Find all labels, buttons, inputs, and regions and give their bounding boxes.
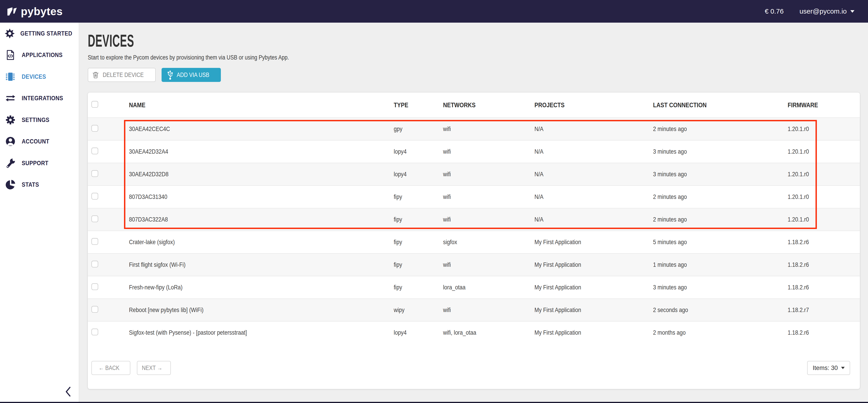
cell-name: 30AEA42D32A4 <box>129 148 394 155</box>
column-header-networks[interactable]: NETWORKS <box>443 101 534 109</box>
row-checkbox[interactable] <box>91 148 98 154</box>
cell-type: lopy4 <box>394 170 443 178</box>
add-via-usb-button[interactable]: ADD VIA USB <box>161 68 221 82</box>
account-balance[interactable]: € 0.76 <box>765 7 784 15</box>
row-checkbox[interactable] <box>91 170 98 177</box>
table-row[interactable]: 807D3AC31340 fipy wifi N/A 2 minutes ago… <box>88 185 860 208</box>
table-row[interactable]: Crater-lake (sigfox) fipy sigfox My Firs… <box>88 230 860 253</box>
sidebar-item-label: GETTING STARTED <box>20 30 72 37</box>
chevron-down-icon <box>841 367 845 369</box>
row-checkbox[interactable] <box>91 329 98 335</box>
sidebar-item-support[interactable]: SUPPORT <box>0 152 79 174</box>
cell-firmware: 1.20.1.r0 <box>779 125 860 133</box>
table-row[interactable]: Sigfox-test (with Pysense) - [pastoor pe… <box>88 321 860 344</box>
user-email: user@pycom.io <box>800 7 847 15</box>
topbar: pybytes € 0.76 user@pycom.io <box>0 0 868 23</box>
arrows-exchange-icon <box>4 93 16 103</box>
cell-last-connection: 5 minutes ago <box>653 239 779 246</box>
sidebar-item-applications[interactable]: APPLICATIONS <box>0 44 79 66</box>
cell-networks: wifi <box>443 306 534 314</box>
cell-last-connection: 3 minutes ago <box>653 170 779 178</box>
cell-last-connection: 1 minutes ago <box>653 261 779 268</box>
cell-networks: wifi, lora_otaa <box>443 329 534 336</box>
table-row[interactable]: 30AEA42CEC4C gpy wifi N/A 2 minutes ago … <box>88 118 860 140</box>
cell-last-connection: 2 minutes ago <box>653 193 779 200</box>
cell-projects: N/A <box>534 170 653 178</box>
row-checkbox-cell <box>88 170 129 179</box>
sidebar-item-label: DEVICES <box>22 73 46 80</box>
cell-type: fipy <box>394 239 443 246</box>
pybytes-logo[interactable]: pybytes <box>7 5 63 18</box>
cell-name: 30AEA42CEC4C <box>129 125 394 133</box>
cell-name: Fresh-new-fipy (LoRa) <box>129 284 394 291</box>
next-button[interactable]: NEXT → <box>137 361 171 375</box>
sidebar: GETTING STARTED APPLICATIONS <box>0 23 79 403</box>
row-checkbox[interactable] <box>91 261 98 268</box>
cell-projects: N/A <box>534 125 653 133</box>
column-header-name[interactable]: NAME <box>129 101 394 109</box>
sidebar-item-label: STATS <box>22 181 39 188</box>
table-row[interactable]: First flight sigfox (Wi-Fi) fipy wifi My… <box>88 253 860 276</box>
column-header-last-connection[interactable]: LAST CONNECTION <box>653 101 779 109</box>
cell-type: lopy4 <box>394 148 443 155</box>
sidebar-item-devices[interactable]: DEVICES <box>0 66 79 88</box>
delete-device-button[interactable]: DELETE DEVICE <box>88 68 156 82</box>
chevron-down-icon <box>850 10 855 13</box>
sidebar-item-stats[interactable]: STATS <box>0 174 79 196</box>
cell-projects: N/A <box>534 193 653 200</box>
sidebar-item-getting-started[interactable]: GETTING STARTED <box>0 23 79 44</box>
cell-networks: wifi <box>443 261 534 268</box>
cell-name: 807D3AC31340 <box>129 193 394 200</box>
cell-name: Sigfox-test (with Pysense) - [pastoor pe… <box>129 329 394 336</box>
row-checkbox[interactable] <box>91 215 98 222</box>
column-header-type[interactable]: TYPE <box>394 101 443 109</box>
row-checkbox[interactable] <box>91 238 98 245</box>
row-checkbox[interactable] <box>91 125 98 132</box>
cell-name: 30AEA42D32D8 <box>129 170 394 178</box>
cell-name: Crater-lake (sigfox) <box>129 239 394 246</box>
row-checkbox-cell <box>88 148 129 156</box>
row-checkbox-cell <box>88 306 129 314</box>
code-file-icon <box>4 50 16 60</box>
cell-networks: wifi <box>443 193 534 200</box>
column-header-firmware[interactable]: FIRMWARE <box>779 101 860 109</box>
row-checkbox[interactable] <box>91 306 98 313</box>
table-row[interactable]: Fresh-new-fipy (LoRa) fipy lora_otaa My … <box>88 276 860 299</box>
cell-firmware: 1.18.2.r6 <box>779 329 860 336</box>
table-row[interactable]: 30AEA42D32D8 lopy4 wifi N/A 3 minutes ag… <box>88 163 860 185</box>
table-row[interactable]: Reboot [new pybytes lib] (WiFi) wipy wif… <box>88 299 860 321</box>
sidebar-item-integrations[interactable]: INTEGRATIONS <box>0 88 79 109</box>
table-header-row: NAME TYPE NETWORKS PROJECTS LAST CONNECT… <box>88 93 860 118</box>
user-icon <box>4 136 16 147</box>
select-all-checkbox[interactable] <box>91 101 98 108</box>
row-checkbox[interactable] <box>91 193 98 199</box>
items-per-page-dropdown[interactable]: Items: 30 <box>807 361 850 375</box>
sidebar-collapse-button[interactable] <box>65 386 71 397</box>
row-checkbox-cell <box>88 283 129 292</box>
sidebar-item-settings[interactable]: SETTINGS <box>0 109 79 131</box>
back-button[interactable]: ← BACK <box>91 361 130 375</box>
cell-last-connection: 2 minutes ago <box>653 216 779 223</box>
cell-type: lopy4 <box>394 329 443 336</box>
pie-chart-icon <box>4 180 16 190</box>
delete-device-label: DELETE DEVICE <box>103 71 144 79</box>
pagination-bar: ← BACK NEXT → Items: 30 <box>88 344 860 389</box>
cell-projects: My First Application <box>534 239 653 246</box>
sidebar-item-label: APPLICATIONS <box>22 51 63 59</box>
table-row[interactable]: 30AEA42D32A4 lopy4 wifi N/A 3 minutes ag… <box>88 140 860 163</box>
cell-projects: My First Application <box>534 306 653 314</box>
sidebar-item-label: SUPPORT <box>22 159 49 167</box>
next-button-label: NEXT → <box>142 365 162 372</box>
table-row[interactable]: 807D3AC322A8 fipy wifi N/A 2 minutes ago… <box>88 208 860 230</box>
row-checkbox-cell <box>88 125 129 133</box>
usb-icon <box>167 70 173 80</box>
row-checkbox[interactable] <box>91 283 98 290</box>
app-root: pybytes € 0.76 user@pycom.io GETTING STA… <box>0 0 868 403</box>
user-menu[interactable]: user@pycom.io <box>800 7 855 15</box>
cell-firmware: 1.18.2.r6 <box>779 284 860 291</box>
row-checkbox-cell <box>88 215 129 224</box>
cell-networks: wifi <box>443 125 534 133</box>
sidebar-item-account[interactable]: ACCOUNT <box>0 131 79 153</box>
column-header-projects[interactable]: PROJECTS <box>534 101 653 109</box>
cell-projects: N/A <box>534 148 653 155</box>
